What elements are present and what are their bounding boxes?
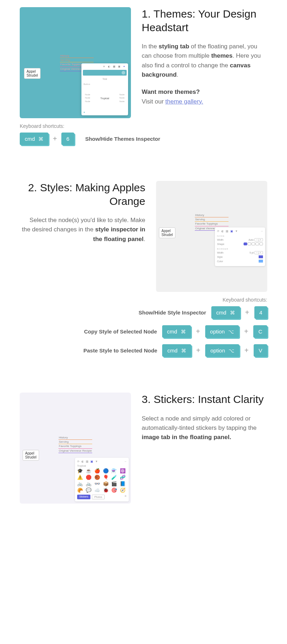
section2-para: Select the node(s) you'd like to style. … — [20, 216, 145, 244]
mindmap-root: Appel Strudel — [24, 68, 41, 79]
section-themes: Appel Strudel History Serving Favorite T… — [0, 7, 287, 145]
shortcut-themes-desc: Show/Hide Themes Inspector — [85, 136, 160, 142]
shortcut-themes: cmd⌘ + 6 Show/Hide Themes Inspector — [20, 133, 267, 145]
section3-title: 3. Stickers: Instant Clarity — [142, 393, 267, 406]
style-panel: ⟳◐▦▣▼→ NODE WidthAuto − | + Shape BORDER… — [215, 227, 265, 266]
option-icon: ⌥ — [229, 348, 234, 354]
key-cmd: cmd⌘ — [20, 133, 48, 145]
mindmap-root: Appel Strudel — [23, 450, 39, 461]
section1-para: In the styling tab of the floating panel… — [142, 42, 267, 80]
section-styles: 2. Styles: Making Apples Orange Select t… — [0, 181, 287, 357]
stickers-tab[interactable]: Stickers — [77, 495, 90, 499]
section-stickers: Appel Strudel History Serving Favorite T… — [0, 393, 287, 504]
shortcut-styles-table: Show/Hide Style Inspector cmd⌘ + 4 Copy … — [20, 306, 267, 357]
mindmap-root: Appel Strudel — [159, 227, 175, 238]
key-4: 4 — [254, 306, 267, 319]
stickers-panel: ⟳◐▦▣▼→ Tropical 🎓☕🍎🔵⚗️⚛️ ⚠️🛑🏀🎈🧪🧬 🚲🚲👓📦🎬📘 … — [75, 458, 129, 501]
key-cmd: cmd⌘ — [162, 325, 191, 338]
cmd-icon: ⌘ — [181, 348, 186, 354]
key-cmd: cmd⌘ — [211, 306, 240, 319]
section2-title: 2. Styles: Making Apples Orange — [20, 181, 145, 208]
kbd-label-1: Keyboard shortcuts: — [20, 123, 267, 129]
key-option: option⌥ — [205, 344, 239, 357]
key-c: C — [253, 325, 267, 338]
themes-panel: ✕◐▦▣✦ Teal Built-in NodeNodeNode Tropica… — [81, 63, 128, 115]
theme-gallery-link[interactable]: theme gallery. — [165, 98, 203, 105]
photos-tab[interactable]: Photos — [92, 495, 105, 499]
key-cmd: cmd⌘ — [162, 344, 191, 357]
styles-screenshot: Appel Strudel History Serving Favorite T… — [156, 181, 267, 292]
key-option: option⌥ — [205, 325, 239, 338]
stickers-screenshot: Appel Strudel History Serving Favorite T… — [20, 393, 131, 504]
section1-title: 1. Themes: Your Design Headstart — [142, 7, 267, 34]
kbd-label-2: Keyboard shortcuts: — [20, 297, 267, 303]
cmd-icon: ⌘ — [181, 329, 186, 335]
themes-screenshot: Appel Strudel History Serving Favorite T… — [20, 7, 131, 118]
option-icon: ⌥ — [228, 329, 234, 335]
cmd-icon: ⌘ — [38, 136, 43, 142]
sticker-grid: 🎓☕🍎🔵⚗️⚛️ ⚠️🛑🏀🎈🧪🧬 🚲🚲👓📦🎬📘 🥐💬☁️🐞🎯🧭 — [77, 468, 127, 492]
key-6: 6 — [61, 133, 74, 145]
section3-para: Select a node and simply add colored or … — [142, 414, 267, 442]
key-v: V — [254, 344, 267, 357]
section1-more: Want more themes? Visit our theme galler… — [142, 87, 267, 106]
cmd-icon: ⌘ — [230, 310, 235, 316]
